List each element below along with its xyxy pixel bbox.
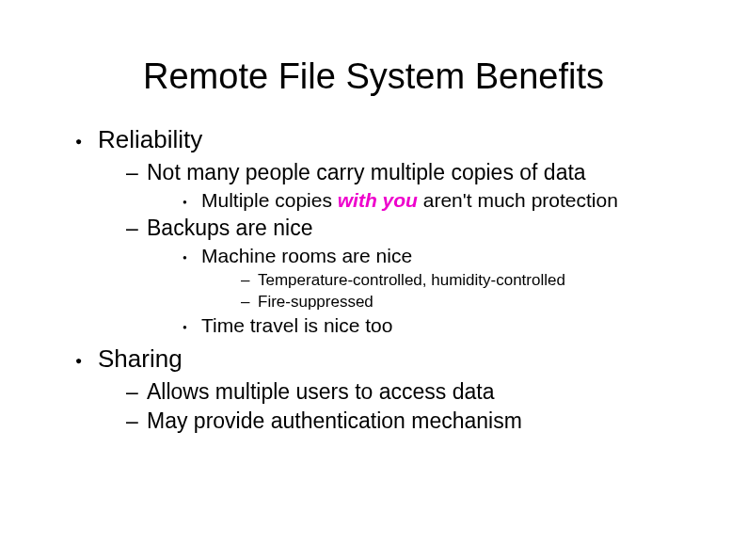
text-part: aren't much protection	[418, 189, 618, 211]
list-item: – Temperature-controlled, humidity-contr…	[241, 271, 700, 290]
bullet-icon: ●	[183, 253, 201, 262]
list-level-3: ● Multiple copies with you aren't much p…	[183, 189, 700, 212]
item-text: Sharing	[98, 344, 183, 374]
bullet-icon: ●	[183, 323, 201, 331]
text-part: Multiple copies	[201, 189, 338, 211]
list-level-1: ● Sharing	[75, 344, 700, 374]
list-item: ● Time travel is nice too	[183, 314, 700, 337]
list-level-2: – Backups are nice	[126, 216, 700, 241]
slide-title: Remote File System Benefits	[47, 56, 700, 97]
dash-icon: –	[126, 216, 147, 241]
dash-icon: –	[241, 293, 258, 312]
list-level-2: – Allows multiple users to access data –…	[126, 379, 700, 434]
item-text: May provide authentication mechanism	[147, 408, 522, 434]
list-item: ● Reliability	[75, 125, 700, 154]
item-text: Machine rooms are nice	[201, 245, 412, 267]
list-level-3: ● Machine rooms are nice	[183, 245, 700, 267]
list-item: – Not many people carry multiple copies …	[126, 160, 700, 185]
list-level-3: ● Time travel is nice too	[183, 314, 700, 337]
slide: Remote File System Benefits ● Reliabilit…	[0, 0, 747, 560]
list-item: ● Sharing	[75, 344, 700, 374]
bullet-icon: ●	[183, 198, 201, 206]
item-text: Not many people carry multiple copies of…	[147, 160, 586, 185]
dash-icon: –	[126, 160, 147, 185]
list-item: – Fire-suppressed	[241, 293, 700, 312]
item-text: Reliability	[98, 125, 202, 154]
bullet-icon: ●	[75, 354, 98, 367]
item-text: Time travel is nice too	[201, 314, 392, 337]
list-item: – Backups are nice	[126, 216, 700, 241]
item-text: Allows multiple users to access data	[147, 379, 494, 405]
item-text: Multiple copies with you aren't much pro…	[201, 189, 618, 212]
item-text: Temperature-controlled, humidity-control…	[258, 271, 565, 290]
list-item: – Allows multiple users to access data	[126, 379, 700, 405]
list-item: – May provide authentication mechanism	[126, 408, 700, 434]
item-text: Backups are nice	[147, 216, 312, 241]
item-text: Fire-suppressed	[258, 293, 374, 312]
dash-icon: –	[126, 408, 147, 434]
bullet-icon: ●	[75, 135, 98, 148]
list-level-1: ● Reliability	[75, 125, 700, 154]
list-item: ● Multiple copies with you aren't much p…	[183, 189, 700, 212]
emphasized-text: with you	[338, 189, 418, 211]
list-item: ● Machine rooms are nice	[183, 245, 700, 267]
dash-icon: –	[126, 379, 147, 405]
list-level-2: – Not many people carry multiple copies …	[126, 160, 700, 185]
list-level-4: – Temperature-controlled, humidity-contr…	[241, 271, 700, 312]
dash-icon: –	[241, 271, 258, 290]
